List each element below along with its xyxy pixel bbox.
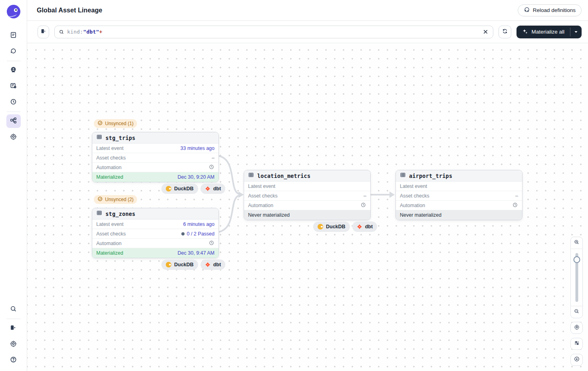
asset-checks-link[interactable]: 0 / 2 Passed [181,231,215,237]
asset-node-stg-trips[interactable]: stg_trips Latest event 33 minutes ago As… [92,132,219,182]
gear-icon [10,133,17,142]
asset-name: location_metrics [257,173,310,179]
asset-name: airport_trips [409,173,452,179]
tag-duckdb[interactable]: DuckDB [161,259,198,270]
zoom-slider[interactable] [571,249,582,306]
nav-settings-button[interactable] [6,130,21,144]
materialize-all-label: Materialize all [531,29,564,35]
nav-jobs-button[interactable] [6,80,21,93]
zoom-in-icon [574,239,580,247]
materialization-status-row: Materialized Dec 30, 9:20 AM [92,172,219,182]
zoom-control-panel [570,237,583,318]
latest-event-row: Latest event 6 minutes ago [92,219,219,229]
asset-name: stg_zones [105,211,135,217]
tag-duckdb[interactable]: DuckDB [313,221,350,232]
duckdb-icon [166,186,171,191]
nav-search-button[interactable] [6,303,21,316]
lineage-canvas[interactable]: Unsynced (1) stg_trips Latest event 33 m… [27,43,588,371]
table-icon [400,172,406,180]
lineage-graph-icon [10,117,17,126]
asset-node-header: stg_zones [92,208,219,219]
asset-tags-stg-trips: DuckDB dbt [161,184,225,194]
reload-definitions-button[interactable]: Reload definitions [518,4,582,16]
materialization-status-row: Materialized Dec 30, 9:47 AM [92,248,219,258]
asset-node-airport-trips[interactable]: airport_trips Latest event Asset checks … [395,170,522,220]
sparkle-icon [522,28,528,36]
sidebar-divider [7,61,20,61]
unsynced-badge-label: Unsynced (2) [105,197,133,202]
table-icon [248,172,254,180]
download-image-button[interactable] [570,354,583,366]
unsynced-badge-stg-trips[interactable]: Unsynced (1) [94,119,137,128]
edge-arrowhead [389,191,395,198]
automation-row: Automation [396,201,522,210]
nav-deployment-button[interactable] [6,64,21,77]
lineage-toolbar: kind:"dbt"+ Materialize all [27,21,588,43]
sidebar-divider [7,319,20,319]
materialization-status-row: Never materialized [396,210,522,220]
tag-dbt[interactable]: dbt [352,221,377,232]
automation-row: Automation [92,239,219,248]
dbt-icon [205,262,211,267]
asset-name: stg_trips [105,135,135,141]
nav-schedules-button[interactable] [6,96,21,109]
nav-asset-lineage-button[interactable] [6,114,21,128]
unsynced-badge-label: Unsynced (1) [105,121,133,126]
zoom-in-button[interactable] [570,237,583,249]
automation-clock-icon [512,202,518,209]
materialization-date-link[interactable]: Dec 30, 9:20 AM [178,174,215,180]
logo-tentacle [8,12,17,18]
asset-node-location-metrics[interactable]: location_metrics Latest event Asset chec… [244,170,371,220]
duckdb-icon [166,262,171,267]
nav-overview-button[interactable] [6,29,21,42]
page-header: Global Asset Lineage Reload definitions [27,0,588,21]
automation-clock-icon [209,164,215,171]
clear-search-button[interactable] [482,28,489,36]
close-icon [483,29,488,34]
gear-icon [574,324,580,332]
latest-event-link[interactable]: 6 minutes ago [183,221,215,227]
latest-event-row: Latest event 33 minutes ago [92,144,219,153]
table-icon [96,210,102,217]
check-status-dot [181,232,185,235]
toggle-asset-panel-button[interactable] [38,26,49,38]
materialization-date-link[interactable]: Dec 30, 9:47 AM [178,250,215,256]
dagster-logo[interactable] [7,5,20,18]
sliders-icon [574,340,580,348]
asset-selection-input[interactable]: kind:"dbt"+ [54,26,493,38]
refresh-graph-button[interactable] [499,26,511,38]
asset-node-stg-zones[interactable]: stg_zones Latest event 6 minutes ago Ass… [92,208,219,258]
panel-toggle-icon [40,28,47,36]
refresh-icon [502,28,508,36]
edge-stg-zones-to-location-metrics [219,195,239,232]
tag-dbt[interactable]: dbt [201,259,225,270]
sidebar-divider [7,112,20,112]
zoom-slider-handle[interactable] [573,256,580,263]
graph-settings-button[interactable] [570,322,583,334]
sync-icon [97,196,103,203]
tag-duckdb[interactable]: DuckDB [161,184,198,194]
latest-event-link[interactable]: 33 minutes ago [181,146,215,151]
table-icon [96,134,102,142]
dbt-icon [357,224,362,229]
question-mark-icon [10,356,17,365]
nav-runs-button[interactable] [6,45,21,58]
sync-icon [97,120,103,127]
asset-selection-query: kind:"dbt"+ [67,29,479,35]
user-settings-button[interactable] [6,337,21,351]
asset-tags-location-metrics: DuckDB dbt [313,221,377,232]
zoom-out-button[interactable] [570,306,583,318]
dbt-icon [205,186,211,191]
automation-clock-icon [360,202,366,209]
expand-sidebar-button[interactable] [6,321,21,335]
graph-filters-button[interactable] [570,338,583,350]
materialize-all-button[interactable]: Materialize all [516,26,570,38]
materialize-options-dropdown[interactable] [570,26,582,38]
help-button[interactable] [6,353,21,367]
asset-node-header: stg_trips [92,132,219,144]
asset-tags-stg-zones: DuckDB dbt [161,259,225,270]
tag-dbt[interactable]: dbt [201,184,225,194]
unsynced-badge-stg-zones[interactable]: Unsynced (2) [94,195,137,204]
asset-checks-row: Asset checks – [92,153,219,163]
reload-definitions-label: Reload definitions [533,7,576,13]
